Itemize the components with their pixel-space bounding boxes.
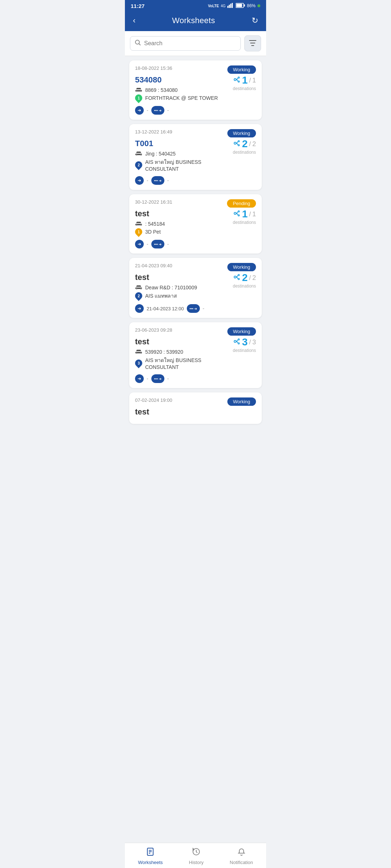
svg-rect-6	[244, 4, 245, 7]
worksheet-card-1[interactable]: 18-08-2022 15:36 Working 534080 8869 : 5…	[129, 60, 262, 120]
refresh-button[interactable]: ↻	[250, 15, 260, 26]
location-label-3: 3D Pet	[145, 229, 161, 235]
signal-icon	[227, 3, 234, 9]
mid-arrow-icon-3: ••• ➜	[151, 240, 164, 248]
card-datetime-2: 13-12-2022 16:49	[135, 129, 172, 135]
status-icons: VoLTE 4G 86%	[208, 3, 260, 9]
card-datetime-5: 23-06-2023 09:28	[135, 327, 172, 333]
pin-icon-3: 1	[134, 227, 144, 237]
svg-point-13	[238, 140, 240, 142]
car-icon-4	[135, 284, 142, 290]
status-badge-2: Working	[227, 129, 256, 137]
filter-button[interactable]	[244, 35, 261, 51]
destinations-5: 3 / 3 destinations	[232, 337, 256, 353]
worksheet-card-5[interactable]: 23-06-2023 09:28 Working test 539920 : 5…	[129, 322, 262, 388]
status-badge-6: Working	[227, 397, 256, 406]
destinations-1: 1 / 1 destinations	[232, 75, 256, 91]
pin-icon-1: 1	[134, 93, 144, 103]
worksheet-card-2[interactable]: 13-12-2022 16:49 Working T001 Jing : 540…	[129, 124, 262, 190]
card-footer-4: ➜ 21-04-2023 12:00 ••• ➜ -	[135, 304, 256, 313]
battery-icon	[236, 3, 245, 9]
car-icon-2	[135, 150, 142, 157]
pin-icon-2: 2	[134, 160, 144, 170]
vehicle-label-2: Jing : 540425	[145, 151, 176, 157]
dest-total-4: 2	[252, 274, 256, 282]
dest-label-1: destinations	[232, 86, 256, 91]
dest-count-3: 1	[242, 209, 248, 219]
footer-start-5: -	[147, 376, 148, 382]
svg-point-10	[238, 77, 240, 78]
pin-icon-4: 2	[134, 291, 144, 301]
dest-sep-3: /	[249, 210, 251, 218]
car-icon-5	[135, 349, 142, 355]
route-icon-4	[232, 273, 240, 283]
location-row-2: 2 AIS หาดใหญ่ BUSINESS CONSULTANT	[135, 158, 232, 172]
svg-point-18	[234, 276, 236, 278]
svg-point-23	[238, 342, 240, 344]
dest-label-3: destinations	[232, 220, 256, 225]
filter-icon	[249, 40, 256, 47]
route-icon-2	[232, 139, 240, 149]
card-footer-2: ➜ - ••• ➜ -	[135, 176, 256, 185]
dest-sep-5: /	[249, 339, 251, 346]
car-icon-3	[135, 221, 142, 227]
footer-mid-4: -	[203, 306, 205, 311]
search-icon	[135, 39, 141, 47]
svg-point-21	[234, 340, 236, 342]
footer-mid-5: -	[167, 376, 169, 382]
refresh-icon: ↻	[252, 16, 258, 25]
search-input[interactable]	[144, 40, 236, 47]
location-row-5: 3 AIS หาดใหญ่ BUSINESS CONSULTANT	[135, 356, 232, 370]
start-arrow-icon-5: ➜	[135, 374, 144, 383]
svg-point-12	[234, 142, 236, 144]
card-datetime-4: 21-04-2023 09:40	[135, 263, 172, 268]
dest-total-1: 1	[252, 77, 256, 84]
svg-point-7	[135, 40, 139, 44]
status-badge-4: Working	[227, 263, 256, 271]
worksheet-id-3: test	[135, 209, 232, 218]
vehicle-label-5: 539920 : 539920	[145, 349, 183, 355]
pin-icon-5: 3	[134, 358, 144, 368]
dest-count-5: 3	[242, 337, 248, 347]
battery-dot	[257, 4, 260, 7]
worksheet-id-2: T001	[135, 139, 232, 148]
worksheet-card-6[interactable]: 07-02-2024 19:00 Working test	[129, 392, 262, 424]
card-footer-5: ➜ - ••• ➜ -	[135, 374, 256, 383]
dest-count-4: 2	[242, 273, 248, 283]
worksheet-id-6: test	[135, 407, 256, 417]
destinations-3: 1 / 1 destinations	[232, 209, 256, 225]
dest-label-5: destinations	[232, 348, 256, 353]
back-button[interactable]: ‹	[131, 15, 137, 26]
worksheet-id-4: test	[135, 273, 232, 282]
worksheet-card-4[interactable]: 21-04-2023 09:40 Working test Deaw R&D :…	[129, 258, 262, 318]
dest-count-2: 2	[242, 139, 248, 149]
dest-sep-2: /	[249, 140, 251, 148]
location-label-4: AIS แมทพลาส	[145, 292, 177, 300]
worksheet-card-3[interactable]: 30-12-2022 16:31 Pending test : 545184 1…	[129, 194, 262, 254]
location-label-5: AIS หาดใหญ่ BUSINESS CONSULTANT	[145, 356, 232, 370]
vehicle-row-3: : 545184	[135, 221, 232, 227]
svg-point-17	[238, 214, 240, 216]
footer-start-3: -	[147, 241, 148, 247]
vehicle-label-3: : 545184	[145, 221, 165, 227]
svg-point-20	[238, 278, 240, 280]
card-footer-1: ➜ - ••• ➜ -	[135, 106, 256, 115]
back-icon: ‹	[133, 16, 135, 25]
vehicle-row-5: 539920 : 539920	[135, 349, 232, 355]
status-badge-1: Working	[227, 65, 256, 74]
status-badge-5: Working	[227, 327, 256, 336]
dest-label-4: destinations	[232, 284, 256, 289]
search-input-wrap	[130, 36, 241, 51]
mid-arrow-icon-1: ••• ➜	[151, 106, 164, 115]
status-bar: 11:27 VoLTE 4G 86%	[125, 0, 266, 12]
card-datetime-3: 30-12-2022 16:31	[135, 199, 172, 205]
svg-point-11	[238, 81, 240, 82]
car-icon-1	[135, 87, 142, 93]
card-datetime-6: 07-02-2024 19:00	[135, 397, 172, 403]
search-bar	[125, 31, 266, 56]
svg-point-9	[234, 78, 236, 81]
footer-mid-1: -	[167, 107, 169, 113]
location-label-2: AIS หาดใหญ่ BUSINESS CONSULTANT	[145, 158, 232, 172]
network-icon: 4G	[221, 4, 226, 8]
svg-rect-0	[227, 6, 228, 8]
